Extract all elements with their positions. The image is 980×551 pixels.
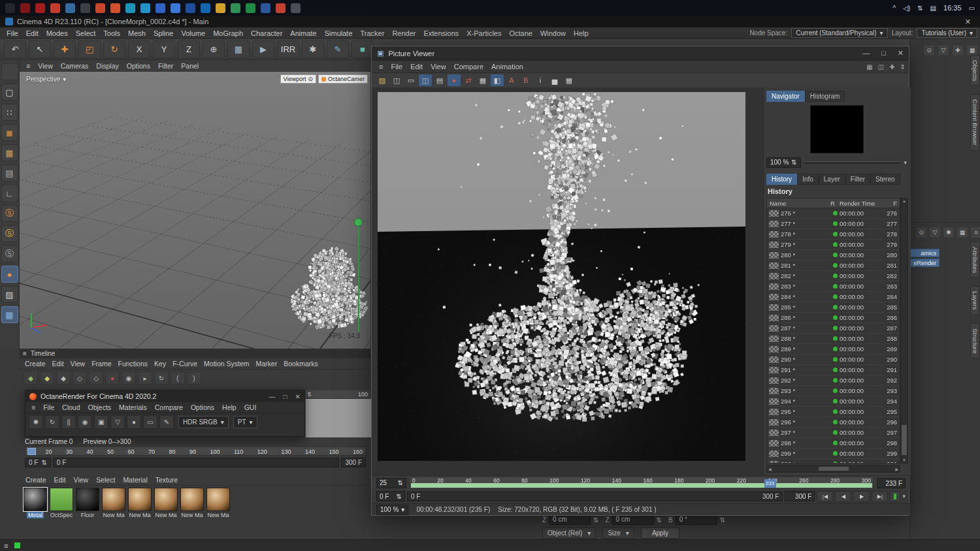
viewport-menu-item[interactable]: Panel	[177, 62, 203, 70]
tab-navigator[interactable]: Navigator	[766, 91, 805, 102]
timeline-menu-item[interactable]: Motion System	[201, 360, 252, 368]
material-thumbnail[interactable]	[50, 488, 73, 511]
kernel-dropdown[interactable]: PT▾	[233, 416, 257, 428]
node-space-dropdown[interactable]: Current (Standard/Physical)▾	[791, 28, 887, 38]
history-row[interactable]: 284 * 00:00:00 284	[767, 292, 900, 302]
side-tab[interactable]: Filter	[845, 174, 870, 185]
compare-vertical-icon[interactable]: ▤	[433, 74, 446, 86]
material-item[interactable]: Metal	[23, 488, 48, 518]
scroll-down-icon[interactable]: ▼	[901, 458, 907, 462]
app-icon-15[interactable]	[216, 3, 225, 13]
material-item[interactable]: Floor	[75, 488, 100, 518]
pv-menu-item[interactable]: File	[387, 63, 406, 71]
octane-menu-item[interactable]: Compare	[151, 403, 187, 411]
settings-icon[interactable]: ✱	[29, 415, 43, 429]
navigator-icon[interactable]: ▦	[563, 74, 576, 86]
object-axis-handle-dot[interactable]	[354, 218, 363, 227]
material-item[interactable]: OctSpec	[49, 488, 74, 518]
app-icon-17[interactable]	[246, 3, 255, 13]
network-icon[interactable]: ⇅	[917, 5, 923, 12]
sketch-sphere2-icon[interactable]: Ⓢ	[1, 225, 18, 242]
app-icon-19[interactable]	[276, 3, 286, 13]
end-frame-field[interactable]: 300 F	[785, 491, 815, 501]
history-vertical-scrollbar[interactable]: ▲ ▼	[900, 198, 908, 464]
hamburger-icon[interactable]: ≡	[4, 542, 8, 550]
undo-icon[interactable]: ↶	[4, 40, 26, 58]
scroll-left-icon[interactable]: ◀	[768, 467, 772, 471]
material-menu-item[interactable]: Create	[22, 476, 50, 484]
history-row[interactable]: 288 * 00:00:00 288	[767, 334, 900, 344]
sketch-sphere-icon[interactable]: Ⓢ	[1, 205, 18, 222]
app-icon-20[interactable]	[291, 3, 301, 13]
side-tab[interactable]: Stereo	[870, 174, 900, 185]
histogram-icon[interactable]: ▅	[548, 74, 561, 86]
menu-item[interactable]: Volume	[177, 29, 209, 37]
menu-item[interactable]: MoGraph	[209, 29, 247, 37]
stepper-icon[interactable]: ⇅	[397, 493, 402, 500]
keyframe-green-icon[interactable]: ◆	[24, 371, 38, 385]
hatch-icon[interactable]: ▨	[1, 286, 18, 303]
viewport-menu-item[interactable]: Cameras	[57, 62, 93, 70]
filter-icon[interactable]: ▽	[938, 44, 949, 56]
go-to-end-button[interactable]: ▶|	[872, 491, 888, 502]
filter-icon[interactable]: ▽	[110, 415, 125, 429]
app-icon-4[interactable]	[50, 3, 60, 13]
spline-pen-icon[interactable]: ✎	[327, 40, 349, 58]
swap-ab-icon[interactable]: ⇄	[462, 74, 475, 86]
history-row[interactable]: 278 * 00:00:00 278	[767, 229, 900, 240]
octane-menu-item[interactable]: Materials	[115, 403, 151, 411]
coordinate-mode-dropdown[interactable]: Object (Rel)▾	[542, 527, 596, 539]
blank-tile[interactable]	[1, 63, 18, 80]
stepper-icon[interactable]: ⇅	[593, 516, 598, 524]
scrollbar-thumb[interactable]	[902, 425, 907, 455]
history-row[interactable]: 277 * 00:00:00 277	[767, 219, 900, 229]
maximize-button[interactable]: □	[881, 49, 886, 57]
live-selection-icon[interactable]: ↖	[29, 40, 51, 58]
chevron-down-icon[interactable]: ▾	[904, 159, 907, 166]
play-icon[interactable]: ▸	[138, 371, 152, 385]
bracket-close-icon[interactable]: )	[187, 371, 201, 385]
app-icon-7[interactable]	[95, 3, 105, 13]
history-row[interactable]: 282 * 00:00:00 282	[767, 271, 900, 281]
minimize-button[interactable]: —	[269, 393, 276, 400]
timeline-menu-item[interactable]: Bookmarks	[280, 360, 321, 368]
history-row[interactable]: 298 * 00:00:00 298	[767, 438, 900, 449]
column-render-time[interactable]: Render Time	[840, 200, 880, 207]
octane-menu-item[interactable]: Objects	[84, 403, 116, 411]
apply-button[interactable]: Apply	[641, 527, 679, 539]
app-icon-1[interactable]	[5, 3, 15, 13]
tab-histogram[interactable]: Histogram	[805, 91, 845, 102]
play-button[interactable]: ▶	[853, 491, 870, 502]
timeline-menu-item[interactable]: Marker	[253, 360, 281, 368]
menu-item[interactable]: X-Particles	[463, 29, 505, 37]
coordinate-value-field[interactable]: 0 °	[676, 514, 717, 525]
app-icon-16[interactable]	[231, 3, 240, 13]
single-view-icon[interactable]: ▭	[404, 74, 417, 86]
viewport-menu-item[interactable]: View	[34, 62, 57, 70]
stepper-icon[interactable]: ⇅	[791, 158, 796, 167]
pv-zoom-dropdown[interactable]: 100 %▾	[376, 505, 408, 515]
material-menu-item[interactable]: View	[70, 476, 93, 484]
material-item[interactable]: New Ma	[180, 488, 204, 518]
stepper-icon[interactable]: ⇅	[41, 458, 46, 467]
material-thumbnail[interactable]	[128, 488, 152, 511]
menu-item[interactable]: Help	[570, 29, 593, 37]
octane-menu-item[interactable]: GUI	[240, 403, 261, 411]
current-frame-field[interactable]: 233 F	[877, 478, 906, 488]
keyframe-yellow-icon[interactable]: ◆	[40, 371, 54, 385]
history-row[interactable]: 283 * 00:00:00 283	[767, 281, 900, 292]
material-menu-item[interactable]: Texture	[152, 476, 182, 484]
start-frame-field[interactable]: 0 F⇅	[376, 491, 405, 501]
frame-slider-field[interactable]: 0 F	[53, 458, 340, 467]
menu-item[interactable]: File	[3, 29, 22, 37]
chevron-down-icon[interactable]: ▾	[902, 493, 906, 499]
frame-range-slider[interactable]: 0 F300 F	[407, 492, 783, 501]
pv-menu-item[interactable]: Animation	[487, 63, 527, 71]
side-tab[interactable]: Info	[797, 174, 819, 185]
app-icon-6[interactable]	[80, 3, 90, 13]
app-icon-12[interactable]	[171, 3, 180, 13]
object-y-axis-handle[interactable]	[358, 222, 359, 332]
save-icon[interactable]: ◫	[390, 74, 403, 86]
app-icon-18[interactable]	[261, 3, 270, 13]
material-item[interactable]: New Ma	[127, 488, 152, 518]
